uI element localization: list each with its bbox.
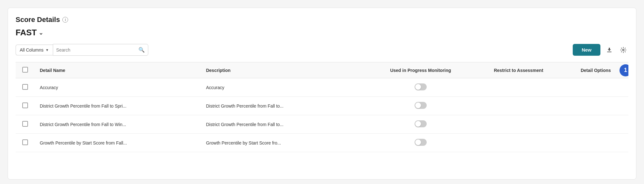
search-icon: 🔍 [138, 47, 145, 53]
row3-checkbox-cell [16, 115, 35, 134]
assessment-label: FAST [16, 28, 37, 38]
svg-point-1 [623, 49, 624, 51]
row3-checkbox[interactable] [22, 121, 28, 127]
page-title-row: Score Details i [16, 16, 628, 24]
row1-restrict [474, 78, 563, 97]
table-row: Growth Percentile by Start Score from Fa… [16, 134, 628, 152]
row1-options [563, 78, 628, 97]
assessment-selector[interactable]: FAST ⌄ [16, 28, 628, 38]
download-button[interactable] [604, 45, 614, 55]
row2-checkbox-cell [16, 97, 35, 115]
header-checkbox-col [16, 62, 35, 78]
row1-toggle[interactable] [415, 83, 427, 90]
page-container: Score Details i FAST ⌄ All Columns ▼ 🔍 N… [8, 8, 636, 180]
filter-dropdown[interactable]: All Columns ▼ [16, 45, 53, 55]
toolbar-left: All Columns ▼ 🔍 [16, 44, 148, 56]
row2-options [563, 97, 628, 115]
row1-progress-toggle[interactable] [367, 78, 474, 97]
toolbar-right: New [573, 44, 628, 56]
row3-detail-name: District Growth Percentile from Fall to … [35, 115, 201, 134]
select-all-checkbox[interactable] [22, 67, 28, 73]
row4-progress-toggle[interactable] [367, 134, 474, 152]
new-button[interactable]: New [573, 44, 600, 56]
row2-toggle[interactable] [415, 102, 427, 109]
header-description: Description [201, 62, 367, 78]
gear-icon [620, 47, 626, 53]
row3-description: District Growth Percentile from Fall to.… [201, 115, 367, 134]
row3-toggle[interactable] [415, 120, 427, 127]
table-row: District Growth Percentile from Fall to … [16, 97, 628, 115]
table-row: District Growth Percentile from Fall to … [16, 115, 628, 134]
row4-checkbox-cell [16, 134, 35, 152]
toolbar: All Columns ▼ 🔍 New [16, 44, 628, 56]
filter-chevron-icon: ▼ [46, 48, 49, 52]
table-wrapper: Detail Name Description Used in Progress… [16, 62, 628, 152]
row2-detail-name: District Growth Percentile from Fall to … [35, 97, 201, 115]
badge-overlay: 1 [620, 64, 628, 76]
row2-restrict [474, 97, 563, 115]
row2-progress-toggle[interactable] [367, 97, 474, 115]
row2-description: District Growth Percentile from Fall to.… [201, 97, 367, 115]
row3-options [563, 115, 628, 134]
header-detail-name: Detail Name [35, 62, 201, 78]
row4-detail-name: Growth Percentile by Start Score from Fa… [35, 134, 201, 152]
header-progress-monitoring: Used in Progress Monitoring [367, 62, 474, 78]
row4-restrict [474, 134, 563, 152]
row3-restrict [474, 115, 563, 134]
svg-rect-0 [607, 52, 612, 52]
row1-detail-name: Accuracy [35, 78, 201, 97]
chevron-down-icon: ⌄ [38, 29, 43, 36]
row2-checkbox[interactable] [22, 103, 28, 108]
table-row: Accuracy Accuracy [16, 78, 628, 97]
detail-options-badge: 1 [620, 64, 628, 76]
download-icon [606, 47, 612, 53]
search-box: 🔍 [53, 44, 148, 56]
search-input[interactable] [56, 47, 136, 53]
row1-description: Accuracy [201, 78, 367, 97]
info-icon[interactable]: i [62, 17, 68, 23]
data-table: Detail Name Description Used in Progress… [16, 62, 628, 152]
filter-label: All Columns [20, 47, 44, 53]
row1-checkbox-cell [16, 78, 35, 97]
header-restrict-assessment: Restrict to Assessment [474, 62, 563, 78]
table-header-row: Detail Name Description Used in Progress… [16, 62, 628, 78]
row3-progress-toggle[interactable] [367, 115, 474, 134]
row1-checkbox[interactable] [22, 84, 28, 90]
settings-button[interactable] [618, 45, 628, 55]
row4-description: Growth Percentile by Start Score fro... [201, 134, 367, 152]
row4-checkbox[interactable] [22, 139, 28, 145]
row4-options [563, 134, 628, 152]
page-title: Score Details [16, 16, 60, 24]
header-detail-options: Detail Options 1 [563, 62, 628, 78]
row4-toggle[interactable] [415, 139, 427, 146]
